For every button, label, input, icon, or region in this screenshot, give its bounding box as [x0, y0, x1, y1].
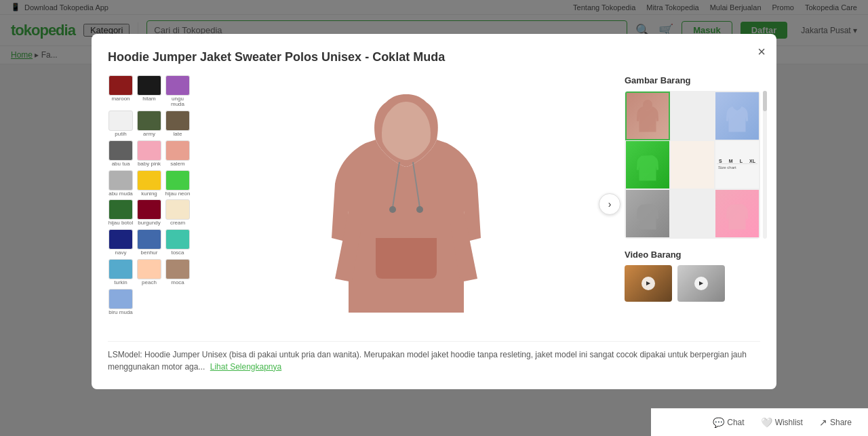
swatch-baby[interactable]: baby pink: [136, 140, 162, 167]
swatch-hijau[interactable]: hijau neon: [165, 170, 191, 197]
product-description: LSModel: Hoodie Jumper Unisex (bisa di p…: [108, 341, 760, 373]
swatch-biru-muda[interactable]: biru muda: [108, 289, 134, 316]
description-text: LSModel: Hoodie Jumper Unisex (bisa di p…: [108, 350, 747, 372]
chat-button[interactable]: 💬 Chat: [707, 414, 749, 431]
swatch-abu-muda[interactable]: abu muda: [108, 170, 134, 197]
video-thumbnails: ▶ ▶: [625, 265, 760, 302]
thumbnail-4[interactable]: [625, 140, 670, 189]
main-product-image-area: ›: [199, 75, 614, 333]
modal-close-button[interactable]: ×: [757, 45, 766, 58]
chat-icon: 💬: [713, 417, 724, 428]
share-icon: ↗: [819, 417, 827, 428]
next-image-arrow[interactable]: ›: [599, 193, 620, 215]
thumbnail-9[interactable]: [715, 189, 760, 238]
share-button[interactable]: ↗ Share: [814, 414, 857, 431]
wishlist-icon: 🤍: [761, 417, 772, 428]
swatch-turkin[interactable]: turkin: [108, 259, 134, 286]
video-barang-section: Video Barang ▶ ▶: [625, 250, 760, 302]
swatch-peach[interactable]: peach: [136, 259, 162, 286]
svg-point-3: [416, 206, 423, 213]
thumbnail-scrollbar-track[interactable]: [763, 91, 767, 239]
swatch-putih[interactable]: putih: [108, 111, 134, 138]
play-button-1[interactable]: ▶: [642, 277, 655, 290]
swatch-benhur[interactable]: benhur: [136, 229, 162, 256]
thumbnail-5[interactable]: [670, 140, 715, 189]
thumbnail-7[interactable]: [625, 189, 670, 238]
modal-left-panel: maroon hitam ungu muda putih army late a…: [108, 75, 614, 333]
wishlist-label: Wishlist: [775, 418, 803, 427]
thumbnail-6[interactable]: SMLXL Size chart: [715, 140, 760, 189]
thumbnail-8[interactable]: [670, 189, 715, 238]
swatch-hijau-botol[interactable]: hijau botol: [108, 199, 134, 226]
play-button-2: ▶: [694, 277, 708, 290]
thumbnail-2[interactable]: [670, 92, 715, 140]
swatch-salem[interactable]: salem: [165, 140, 191, 167]
modal-body: maroon hitam ungu muda putih army late a…: [108, 75, 760, 333]
lihat-selengkapnya-link[interactable]: Lihat Selengkapnya: [210, 362, 281, 372]
color-swatch-grid: maroon hitam ungu muda putih army late a…: [108, 75, 191, 333]
swatch-maroon[interactable]: maroon: [108, 75, 134, 108]
swatch-burgundy[interactable]: burgundy: [136, 199, 162, 226]
swatch-abu-tua[interactable]: abu tua: [108, 140, 134, 167]
swatch-moca[interactable]: moca: [165, 259, 191, 286]
share-label: Share: [830, 418, 852, 427]
modal-overlay[interactable]: Hoodie Jumper Jaket Sweater Polos Unisex…: [0, 0, 868, 436]
video-thumb-2[interactable]: ▶: [677, 265, 725, 302]
swatch-hitam[interactable]: hitam: [136, 75, 162, 108]
swatch-army[interactable]: army: [136, 111, 162, 138]
thumbnail-1[interactable]: [625, 92, 670, 140]
product-action-bar: 💬 Chat 🤍 Wishlist ↗ Share: [651, 408, 868, 436]
modal-right-panel: Gambar Barang: [625, 75, 760, 333]
wishlist-button[interactable]: 🤍 Wishlist: [755, 414, 808, 431]
swatch-late[interactable]: late: [165, 111, 191, 138]
thumbnails-grid: SMLXL Size chart: [625, 91, 760, 239]
thumbnail-3[interactable]: [715, 92, 760, 140]
video-barang-title: Video Barang: [625, 250, 760, 260]
gambar-barang-title: Gambar Barang: [625, 75, 760, 85]
swatch-navy[interactable]: navy: [108, 229, 134, 256]
svg-point-1: [389, 206, 396, 213]
thumbnails-container: SMLXL Size chart: [625, 91, 760, 239]
video-thumb-1[interactable]: ▶: [625, 265, 672, 302]
modal-title: Hoodie Jumper Jaket Sweater Polos Unisex…: [108, 50, 760, 64]
thumbnail-scrollbar-handle[interactable]: [763, 91, 767, 111]
swatch-cream[interactable]: cream: [165, 199, 191, 226]
product-image-modal: Hoodie Jumper Jaket Sweater Polos Unisex…: [92, 34, 776, 389]
swatch-ungu[interactable]: ungu muda: [165, 75, 191, 108]
hoodie-illustration: [325, 89, 488, 319]
chat-label: Chat: [727, 418, 744, 427]
swatch-tosca[interactable]: tosca: [165, 229, 191, 256]
swatch-kuning[interactable]: kuning: [136, 170, 162, 197]
